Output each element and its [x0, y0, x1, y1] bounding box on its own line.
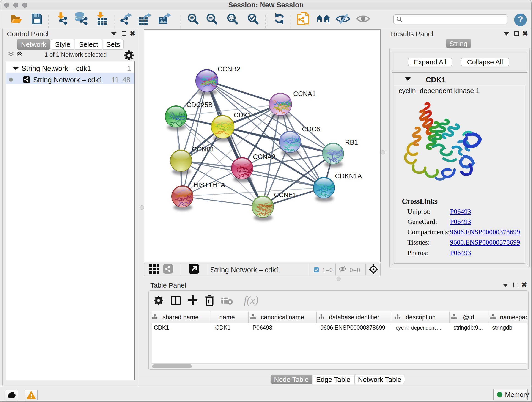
svg-text:RB1: RB1 — [345, 139, 358, 146]
svg-text:CDK1: CDK1 — [234, 111, 251, 119]
svg-text:CDKN1A: CDKN1A — [335, 172, 362, 180]
svg-text:CCNA1: CCNA1 — [293, 90, 316, 97]
svg-text:HIST1H1A: HIST1H1A — [193, 181, 225, 189]
svg-text:CDC6: CDC6 — [302, 125, 320, 133]
svg-text:CCNB2: CCNB2 — [218, 65, 240, 73]
svg-text:CDC25B: CDC25B — [186, 101, 213, 108]
svg-text:CCNB1: CCNB1 — [192, 146, 215, 153]
svg-text:CCNE1: CCNE1 — [274, 191, 297, 198]
svg-text:CCNA2: CCNA2 — [253, 153, 275, 160]
